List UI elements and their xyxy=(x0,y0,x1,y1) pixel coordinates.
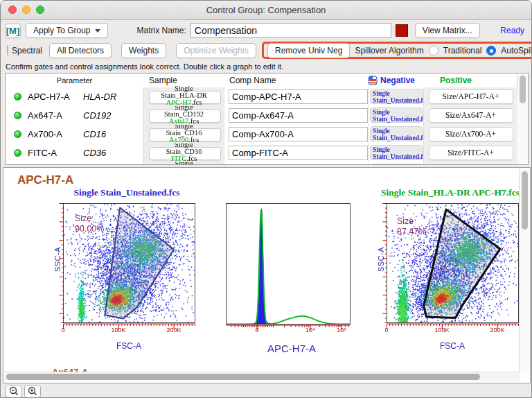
traditional-label: Traditional xyxy=(443,46,482,55)
comp-name-input[interactable] xyxy=(229,127,368,141)
all-detectors-button[interactable]: All Detectors xyxy=(49,43,112,58)
title-bar: Control Group: Compensation xyxy=(1,1,531,20)
x-tick-label: 0 xyxy=(51,327,76,334)
histogram-canvas[interactable] xyxy=(218,202,351,334)
header-negative: Negative xyxy=(368,76,423,85)
x-tick-label: 10⁵ xyxy=(329,327,354,334)
header-parameter: Parameter xyxy=(6,76,143,85)
y-axis-label: SSC-A xyxy=(53,247,62,272)
status-led-icon xyxy=(14,112,21,119)
autospill-label: AutoSpill/AutoSpread xyxy=(501,46,532,55)
marker-name: HLA-DR xyxy=(83,92,116,102)
remove-univ-neg-button[interactable]: Remove Univ Neg xyxy=(267,43,350,58)
matrix-name-input[interactable] xyxy=(190,23,391,38)
x-tick-label: 200K xyxy=(161,327,186,334)
optimize-weights-button: Optimize Weights xyxy=(176,43,256,58)
matrix-icon-button[interactable]: [M] xyxy=(5,24,21,38)
x-tick-label: 0 xyxy=(245,327,269,334)
x-axis-label: APC-H7-A xyxy=(226,343,357,354)
negative-button[interactable]: Single xyxy=(370,164,423,165)
histogram-plot[interactable]: 0 10⁴ 10⁵ APC-H7-A xyxy=(218,186,361,363)
table-row: Ax700-A CD16 SingleStain_CD16Ax700.fcs S… xyxy=(6,125,528,144)
controls-table: Parameter Sample Comp Name Negative Posi… xyxy=(5,73,529,165)
plot-title: Single Stain_HLA-DR APC-H7.fcs xyxy=(369,187,531,198)
tube-icon xyxy=(368,76,378,85)
header-sample: Sample xyxy=(143,76,224,85)
table-row: APC-H7-A HLA-DR SingleStain_HLA-DRAPC-H7… xyxy=(6,87,528,106)
marker-name: CD192 xyxy=(83,110,111,121)
unstained-scatter-plot[interactable]: Single Stain_Unstained.fcs Size90.00% SS… xyxy=(55,186,198,363)
instruction-text: Confirm gates and control assignments lo… xyxy=(1,60,531,71)
traditional-radio[interactable] xyxy=(429,46,438,55)
parameter-name: FITC-A xyxy=(28,148,57,158)
toolbar-options: Spectral All Detectors Weights Optimize … xyxy=(1,41,531,60)
chevron-down-icon xyxy=(95,29,100,33)
pane-horizontal-scrollbar[interactable] xyxy=(5,372,520,381)
x-axis-label: FSC-A xyxy=(63,341,195,351)
positive-button[interactable] xyxy=(429,164,513,165)
apply-to-group-label: Apply To Group xyxy=(33,26,91,35)
positive-button[interactable]: Size/Ax700-A+ xyxy=(429,127,513,141)
positive-button[interactable]: Size/Ax647-A+ xyxy=(429,108,513,123)
window-title: Control Group: Compensation xyxy=(206,5,326,15)
matrix-name-label: Matrix Name: xyxy=(137,26,186,35)
x-tick-label: 100K xyxy=(429,327,454,334)
marker-name: CD16 xyxy=(83,129,106,139)
positive-button[interactable]: Size/FITC-A+ xyxy=(429,146,513,160)
spillover-algorithm-group: Remove Univ Neg Spillover Algorithm Trad… xyxy=(262,42,532,59)
pane-vertical-scrollbar[interactable] xyxy=(519,168,529,372)
minimize-button[interactable] xyxy=(22,6,30,14)
pane-vertical-scrollbar-thumb[interactable] xyxy=(522,171,528,230)
parameter-name: Ax700-A xyxy=(28,129,62,139)
toolbar-matrix: [M] Apply To Group Matrix Name: View Mat… xyxy=(1,20,531,41)
graph-group-title: APC-H7-A xyxy=(17,173,73,187)
x-tick-label: 10⁴ xyxy=(298,327,323,334)
weights-button[interactable]: Weights xyxy=(121,43,166,58)
negative-button[interactable]: SingleStain_Unstained.fcs:Size xyxy=(370,145,423,160)
status-led-icon xyxy=(14,93,21,101)
table-row: Single Single xyxy=(6,162,528,165)
parameter-name: APC-H7-A xyxy=(28,92,70,102)
negative-button[interactable]: SingleStain_Unstained.fcs:Size xyxy=(370,107,423,123)
comp-name-input[interactable] xyxy=(229,164,368,165)
x-tick-label: 200K xyxy=(485,327,510,334)
marker-name: CD36 xyxy=(83,148,106,158)
header-comp-name: Comp Name xyxy=(224,76,368,85)
view-matrix-button[interactable]: View Matrix... xyxy=(415,23,480,38)
autospill-radio[interactable] xyxy=(486,46,496,55)
spectral-checkbox[interactable] xyxy=(7,45,8,55)
x-tick-label: 0 xyxy=(374,327,399,334)
gate-label: Size90.00% xyxy=(75,214,104,234)
status-badge: Ready xyxy=(500,26,524,35)
y-axis-label: SSC-A xyxy=(377,247,385,272)
zoom-button[interactable] xyxy=(36,6,44,14)
plot-title: Single Stain_Unstained.fcs xyxy=(46,187,208,198)
apply-to-group-button[interactable]: Apply To Group xyxy=(26,23,108,38)
table-row: FITC-A CD36 SingleStain_CD36FITC.fcs Sin… xyxy=(6,144,528,162)
comp-name-input[interactable] xyxy=(229,89,368,104)
table-row: Ax647-A CD192 SingleStain_CD192Ax647.fcs… xyxy=(6,106,528,125)
negative-button[interactable]: SingleStain_Unstained.fcs:Size xyxy=(370,89,423,104)
magnifier-plus-icon xyxy=(27,386,38,397)
pane-horizontal-scrollbar-thumb[interactable] xyxy=(6,374,480,380)
comp-name-input[interactable] xyxy=(229,146,368,160)
header-positive: Positive xyxy=(423,76,517,85)
x-tick-label: 100K xyxy=(106,327,131,334)
magnifier-minus-icon xyxy=(8,386,19,397)
matrix-color-swatch[interactable] xyxy=(396,24,408,37)
negative-button[interactable]: SingleStain_Unstained.fcs:Size xyxy=(370,126,423,141)
compensation-window: Control Group: Compensation [M] Apply To… xyxy=(0,0,532,398)
stained-scatter-plot[interactable]: Single Stain_HLA-DR APC-H7.fcs Size87.47… xyxy=(379,186,522,363)
x-axis-label: FSC-A xyxy=(387,341,518,351)
next-graph-row-sliver: Ax647-A xyxy=(52,367,149,372)
bottom-toolbar xyxy=(1,383,532,398)
parameter-name: Ax647-A xyxy=(28,110,62,121)
close-button[interactable] xyxy=(8,6,17,14)
zoom-in-button[interactable] xyxy=(24,385,41,398)
status-led-icon xyxy=(14,130,21,138)
zoom-out-button[interactable] xyxy=(6,385,22,398)
spectral-label: Spectral xyxy=(12,46,42,55)
table-header: Parameter Sample Comp Name Negative Posi… xyxy=(6,73,528,87)
comp-name-input[interactable] xyxy=(229,108,368,123)
positive-button[interactable]: Size/APC-H7-A+ xyxy=(429,89,513,104)
